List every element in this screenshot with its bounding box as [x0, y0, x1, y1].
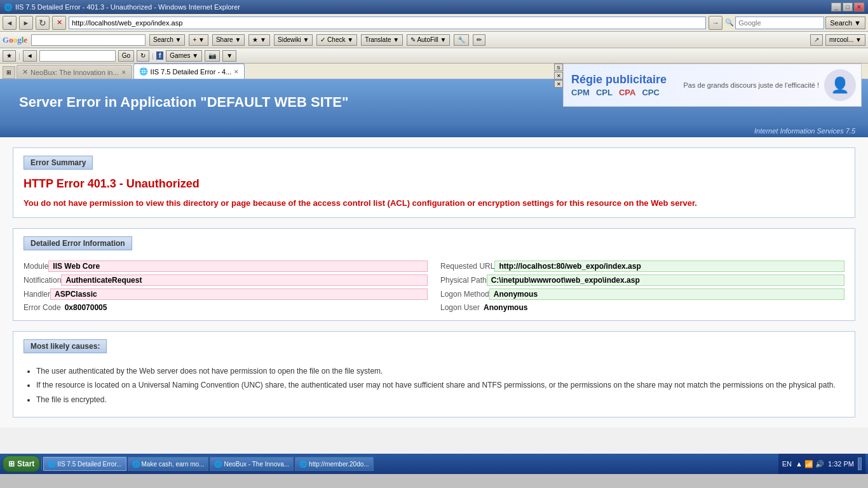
tab-iis-label: IIS 7.5 Detailed Error - 4... [151, 68, 232, 76]
restore-button[interactable]: □ [843, 3, 853, 11]
tab-label: NeoBux: The Innovation in... [31, 69, 119, 76]
stop-button[interactable]: ✕ [52, 16, 66, 30]
go-button[interactable]: → [709, 16, 722, 30]
tab-iis[interactable]: 🌐 IIS 7.5 Detailed Error - 4... ✕ [133, 64, 245, 79]
share-button[interactable]: Share ▼ [212, 34, 245, 46]
second-go-button[interactable]: Go [118, 50, 134, 62]
module-row: Module IIS Web Core [24, 261, 428, 272]
physical-path-row: Physical Path C:\inetpub\wwwroot\web_exp… [440, 274, 844, 286]
ad-person-image: 👤 [824, 69, 856, 101]
logon-user-row: Logon User Anonymous [440, 302, 844, 313]
favorites-star[interactable]: ★ [3, 50, 16, 62]
sidewiki-button[interactable]: Sidewiki ▼ [274, 34, 313, 46]
refresh-button[interactable]: ↻ [36, 16, 50, 30]
search-input[interactable] [735, 17, 824, 29]
physical-path-value: C:\inetpub\wwwroot\web_expo\index.asp [487, 274, 844, 286]
pencil-button[interactable]: ✏ [473, 34, 485, 46]
notification-value: AuthenticateRequest [61, 274, 428, 286]
google-toolbar: Google Search ▼ + ▼ Share ▼ ★ ▼ Sidewiki… [0, 32, 868, 48]
autofill-button[interactable]: ✎ AutoFill ▼ [407, 34, 450, 46]
fb-icon: f [156, 51, 163, 60]
start-button[interactable]: ⊞ Start [3, 456, 40, 472]
title-bar-left: 🌐 IIS 7.5 Detailed Error - 401.3 - Unaut… [4, 3, 240, 11]
taskbar-separator [41, 458, 42, 470]
ad-cpl: CPL [596, 88, 613, 97]
games-button[interactable]: Games ▼ [166, 50, 202, 62]
start-label: Start [17, 459, 34, 468]
handler-label: Handler [24, 290, 50, 299]
toolbar-divider: | [18, 52, 20, 60]
error-code-label: Error Code [24, 303, 61, 312]
google-search-button[interactable]: Search ▼ [149, 34, 185, 46]
tab-icon: ✕ [22, 68, 28, 76]
second-refresh-button[interactable]: ↻ [137, 50, 149, 62]
notification-row: Notification AuthenticateRequest [24, 274, 428, 286]
new-tab-button[interactable]: ⊞ [3, 66, 15, 79]
search-group: 🔍 Search ▼ [725, 17, 865, 29]
ad-close-controls: S ✕ ✕ [554, 64, 563, 88]
tab-iis-icon: 🌐 [139, 67, 148, 76]
ad-brand: Régie publicitaire [571, 73, 681, 86]
causes-header: Most likely causes: [24, 339, 107, 353]
logon-user-label: Logon User [440, 303, 480, 312]
logon-method-row: Logon Method Anonymous [440, 288, 844, 300]
tray-lang: EN [782, 460, 792, 468]
star-button[interactable]: ★ ▼ [248, 34, 270, 46]
ad-close-x2[interactable]: ✕ [554, 80, 563, 88]
extra-btn1[interactable]: 📷 [205, 50, 220, 62]
logon-method-label: Logon Method [440, 290, 489, 299]
plus-button[interactable]: + ▼ [189, 34, 208, 46]
toolbar-divider2: | [152, 52, 154, 60]
minimize-button[interactable]: _ [831, 3, 841, 11]
taskbar-label-0: IIS 7.5 Detailed Error... [57, 461, 121, 468]
error-code-row: Error Code 0x80070005 [24, 302, 428, 313]
ad-cpc: CPC [642, 88, 659, 97]
logon-method-value: Anonymous [489, 288, 844, 300]
cause-item-1: The user authenticated by the Web server… [36, 366, 844, 377]
tab-neobux[interactable]: ✕ NeoBux: The Innovation in... ✕ [17, 65, 132, 79]
taskbar-icon-0: 🌐 [48, 461, 55, 468]
arrow-button[interactable]: ↗ [810, 34, 823, 46]
second-back-button[interactable]: ◄ [23, 50, 37, 62]
taskbar-item-0[interactable]: 🌐 IIS 7.5 Detailed Error... [43, 457, 126, 471]
close-button[interactable]: ✕ [854, 3, 864, 11]
tab-close-neobux[interactable]: ✕ [121, 69, 126, 76]
address-input[interactable] [69, 17, 706, 29]
second-address-input[interactable] [39, 50, 116, 62]
translate-button[interactable]: Translate ▼ [361, 34, 403, 46]
tab-close-iis[interactable]: ✕ [234, 69, 239, 75]
user-button[interactable]: mrcool... ▼ [825, 34, 865, 46]
causes-section: Most likely causes: The user authenticat… [13, 331, 855, 417]
taskbar-item-1[interactable]: 🌐 Make cash, earn mo... [128, 457, 209, 471]
handler-value: ASPClassic [50, 288, 428, 300]
tray-icons: ▲ 📶 🔊 [796, 460, 824, 468]
ad-close-top[interactable]: S [554, 64, 563, 71]
iis-version: Internet Information Services 7.5 [754, 127, 855, 135]
extra-btn2[interactable]: ▼ [222, 50, 236, 62]
windows-icon: ⊞ [8, 459, 15, 468]
requested-url-value: http://localhost:80/web_expo/index.asp [494, 261, 844, 272]
taskbar-item-2[interactable]: 🌐 NeoBux - The Innova... [210, 457, 294, 471]
window-title: IIS 7.5 Detailed Error - 401.3 - Unautho… [15, 3, 240, 11]
taskbar: ⊞ Start 🌐 IIS 7.5 Detailed Error... 🌐 Ma… [0, 454, 868, 474]
cause-item-2: If the resource is located on a Universa… [36, 380, 844, 391]
iis-header-footer: Internet Information Services 7.5 [0, 125, 868, 137]
details-grid: Module IIS Web Core Requested URL http:/… [24, 261, 844, 313]
forward-button[interactable]: ► [19, 16, 33, 30]
wrench-button[interactable]: 🔧 [454, 34, 469, 46]
causes-list: The user authenticated by the Web server… [36, 366, 844, 405]
check-button[interactable]: ✓ Check ▼ [316, 34, 357, 46]
taskbar-label-2: NeoBux - The Innova... [224, 461, 289, 468]
google-search-input[interactable] [31, 34, 146, 46]
show-desktop-btn[interactable] [858, 458, 862, 470]
ad-cpm: CPM [571, 88, 590, 97]
search-button[interactable]: Search ▼ [825, 17, 865, 29]
ad-close-x1[interactable]: ✕ [554, 72, 563, 79]
taskbar-item-3[interactable]: 🌐 http://member.20do... [295, 457, 374, 471]
back-button[interactable]: ◄ [3, 16, 17, 30]
cause-item-3: The file is encrypted. [36, 395, 844, 405]
taskbar-label-1: Make cash, earn mo... [142, 461, 205, 468]
ie-icon: 🌐 [4, 3, 13, 11]
google-logo: Google [3, 35, 27, 45]
taskbar-label-3: http://member.20do... [309, 461, 369, 468]
